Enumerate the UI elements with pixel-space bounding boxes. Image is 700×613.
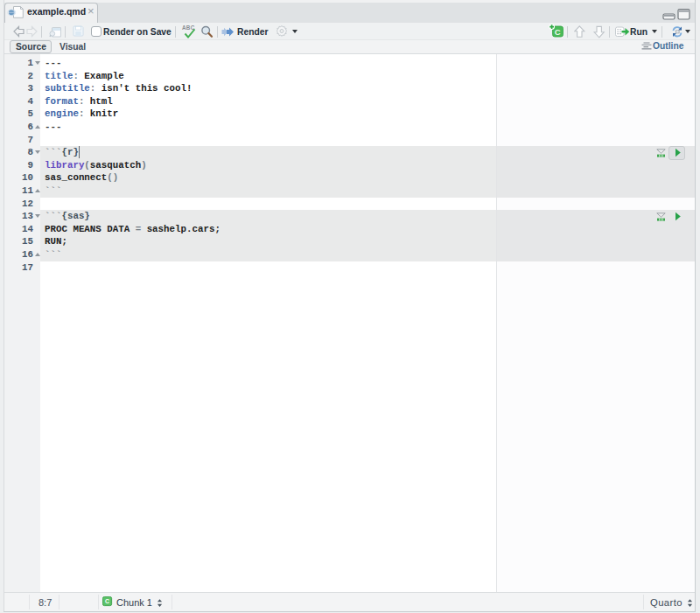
- svg-text:C: C: [555, 27, 561, 37]
- svg-text:C: C: [105, 598, 109, 604]
